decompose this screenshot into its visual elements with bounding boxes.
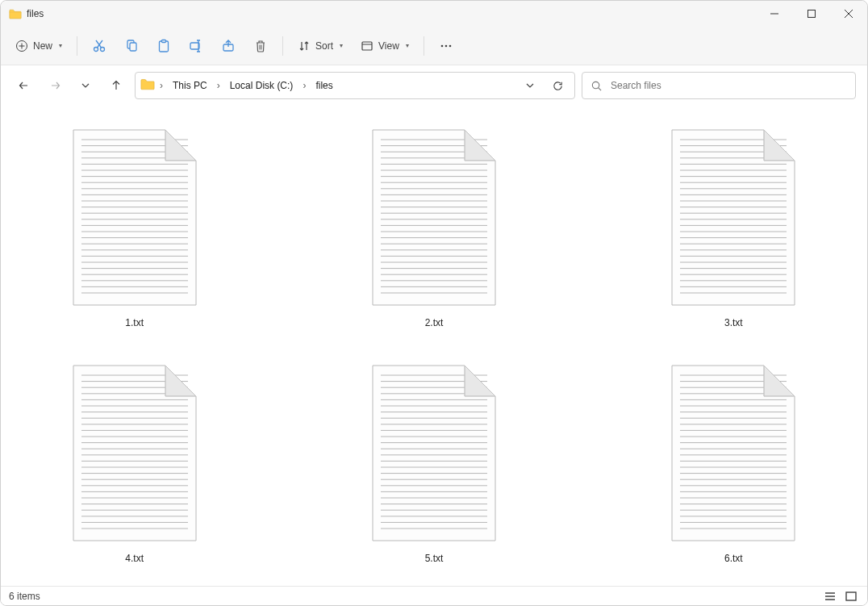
folder-icon <box>9 9 22 19</box>
share-icon <box>221 39 236 53</box>
view-mode-toggles <box>822 589 859 604</box>
chevron-right-icon: › <box>158 80 165 91</box>
toolbar: New ▾ <box>1 27 867 65</box>
svg-point-13 <box>449 44 452 47</box>
rename-icon <box>189 39 203 53</box>
text-file-icon <box>669 362 798 546</box>
maximize-button[interactable] <box>793 1 830 27</box>
svg-point-11 <box>441 44 444 47</box>
separator <box>77 36 77 56</box>
arrow-right-icon <box>48 79 61 92</box>
minimize-button[interactable] <box>756 1 793 27</box>
separator <box>282 36 283 56</box>
svg-point-12 <box>445 44 448 47</box>
new-label: New <box>33 40 52 52</box>
svg-rect-189 <box>846 592 856 600</box>
details-view-button[interactable] <box>822 589 838 604</box>
forward-button[interactable] <box>43 73 67 98</box>
file-item[interactable]: 2.txt <box>353 122 515 333</box>
sort-label: Sort <box>315 40 333 52</box>
text-file-icon <box>369 362 499 546</box>
address-actions <box>518 73 570 98</box>
window-title: files <box>27 8 44 19</box>
titlebar: files <box>1 1 867 27</box>
rename-button[interactable] <box>182 32 210 60</box>
copy-button[interactable] <box>118 32 145 60</box>
separator <box>424 36 424 56</box>
search-input[interactable] <box>611 80 847 91</box>
item-count: 6 items <box>9 591 40 602</box>
back-button[interactable] <box>12 73 36 98</box>
file-label: 6.txt <box>724 553 743 564</box>
arrow-left-icon <box>18 79 31 92</box>
new-plus-icon <box>15 40 28 52</box>
breadcrumb-segment[interactable]: Local Disk (C:) <box>225 77 298 94</box>
window-controls <box>756 1 867 27</box>
file-item[interactable]: 1.txt <box>54 122 215 333</box>
status-bar: 6 items <box>1 586 867 605</box>
file-label: 5.txt <box>425 553 444 564</box>
text-file-icon <box>70 127 199 311</box>
breadcrumb-segment[interactable]: This PC <box>168 77 212 94</box>
grid-large-icon <box>845 591 857 601</box>
address-dropdown[interactable] <box>518 73 542 98</box>
up-button[interactable] <box>104 73 128 98</box>
svg-rect-5 <box>130 43 136 51</box>
more-icon <box>439 39 453 53</box>
file-item[interactable]: 4.txt <box>54 357 215 569</box>
view-label: View <box>378 40 399 52</box>
view-icon <box>361 40 373 52</box>
file-label: 1.txt <box>125 317 144 328</box>
text-file-icon <box>369 127 499 311</box>
cut-button[interactable] <box>86 32 113 60</box>
copy-icon <box>124 39 139 53</box>
file-label: 3.txt <box>724 317 743 328</box>
svg-rect-0 <box>808 10 816 18</box>
trash-icon <box>253 39 268 53</box>
breadcrumb-segment[interactable]: files <box>311 77 337 94</box>
text-file-icon <box>70 362 199 546</box>
close-button[interactable] <box>830 1 867 27</box>
chevron-down-icon <box>525 81 535 90</box>
refresh-icon <box>552 80 564 92</box>
scissors-icon <box>92 39 106 53</box>
content-area: 1.txt 2.txt 3.txt 4.txt 5.txt 6.txt <box>1 106 867 586</box>
file-item[interactable]: 3.txt <box>653 122 814 333</box>
recent-button[interactable] <box>73 73 98 98</box>
folder-icon <box>140 78 155 93</box>
text-file-icon <box>669 127 798 311</box>
file-grid: 1.txt 2.txt 3.txt 4.txt 5.txt 6.txt <box>33 122 835 569</box>
paste-icon <box>156 39 171 53</box>
share-button[interactable] <box>215 32 242 60</box>
address-bar[interactable]: › This PC › Local Disk (C:) › files <box>135 72 575 99</box>
file-item[interactable]: 6.txt <box>653 357 814 569</box>
chevron-down-icon: ▾ <box>406 42 409 49</box>
refresh-button[interactable] <box>545 73 570 98</box>
chevron-right-icon: › <box>301 80 307 91</box>
search-icon <box>590 80 603 92</box>
svg-point-3 <box>101 47 105 51</box>
chevron-right-icon: › <box>215 80 222 91</box>
arrow-up-icon <box>110 79 123 92</box>
chevron-down-icon: ▾ <box>59 42 62 49</box>
delete-button[interactable] <box>247 32 274 60</box>
list-icon <box>824 591 836 601</box>
chevron-down-icon <box>81 81 90 90</box>
address-row: › This PC › Local Disk (C:) › files <box>1 65 867 106</box>
sort-button[interactable]: Sort ▾ <box>291 32 349 60</box>
search-box[interactable] <box>582 72 856 99</box>
svg-point-14 <box>592 81 599 88</box>
file-label: 4.txt <box>125 553 144 564</box>
new-button[interactable]: New ▾ <box>9 32 69 60</box>
chevron-down-icon: ▾ <box>340 42 343 49</box>
sort-icon <box>298 40 311 52</box>
paste-button[interactable] <box>150 32 177 60</box>
large-icons-view-button[interactable] <box>843 589 859 604</box>
svg-point-2 <box>94 47 98 51</box>
file-label: 2.txt <box>425 317 444 328</box>
view-button[interactable]: View ▾ <box>354 32 415 60</box>
file-item[interactable]: 5.txt <box>353 357 515 569</box>
more-button[interactable] <box>432 32 460 60</box>
title-left: files <box>1 8 44 19</box>
svg-rect-7 <box>162 40 166 42</box>
